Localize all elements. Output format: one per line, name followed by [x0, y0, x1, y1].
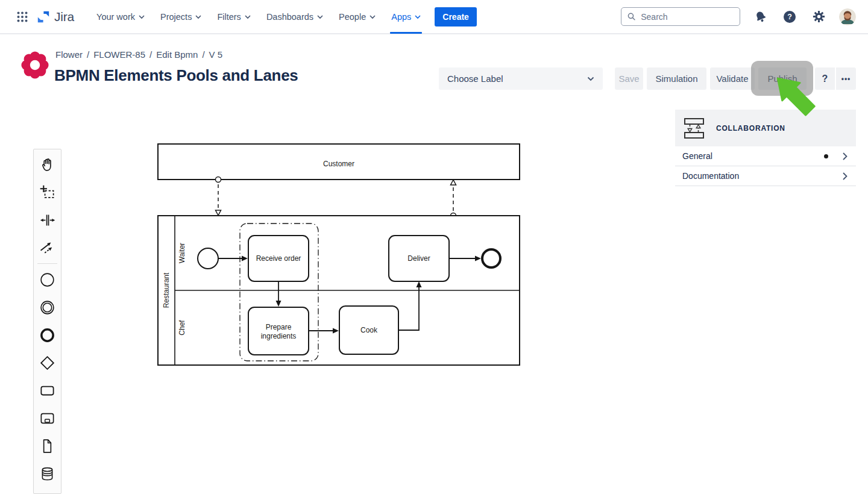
notifications-icon[interactable] — [752, 8, 769, 25]
chevron-down-icon — [139, 15, 145, 19]
help-more-group: ? ••• — [815, 67, 856, 90]
svg-text:Chef: Chef — [178, 320, 186, 336]
nav-item-your-work[interactable]: Your work — [89, 0, 153, 34]
create-subprocess[interactable] — [34, 404, 61, 432]
create-gateway[interactable] — [34, 349, 61, 377]
create-end-event[interactable] — [34, 321, 61, 349]
help-icon[interactable]: ? — [781, 8, 798, 25]
bpmn-canvas[interactable]: Customer Restaurant Waiter Chef Receive … — [151, 139, 530, 374]
intermediate-event-icon — [39, 299, 55, 316]
jira-logo-icon — [36, 10, 51, 24]
bpmn-palette — [33, 149, 61, 494]
svg-text:Restaurant: Restaurant — [162, 272, 171, 308]
more-button[interactable]: ••• — [836, 67, 856, 90]
breadcrumb-item-edit[interactable]: Edit Bpmn — [156, 49, 198, 60]
task-cook[interactable]: Cook — [339, 306, 398, 354]
lasso-icon — [39, 184, 55, 201]
panel-row-documentation[interactable]: Documentation — [675, 166, 856, 186]
chevron-right-icon — [843, 172, 848, 180]
nav-item-apps[interactable]: Apps — [383, 0, 429, 34]
svg-text:Cook: Cook — [360, 326, 378, 334]
space-tool[interactable] — [34, 206, 61, 234]
navbar-right: ? — [621, 7, 856, 26]
create-intermediate-event[interactable] — [34, 293, 61, 321]
lasso-tool[interactable] — [34, 178, 61, 206]
properties-panel: COLLABORATION General Documentation — [675, 110, 856, 186]
search-input[interactable] — [640, 11, 734, 22]
message-flow-order[interactable] — [216, 177, 221, 216]
chevron-down-icon — [245, 15, 251, 19]
task-deliver[interactable]: Deliver — [389, 236, 449, 281]
chevron-down-icon — [415, 15, 421, 19]
settings-icon[interactable] — [810, 8, 827, 25]
chevron-down-icon — [317, 15, 323, 19]
svg-text:Waiter: Waiter — [178, 243, 186, 263]
breadcrumb-separator: / — [149, 49, 152, 60]
svg-text:Deliver: Deliver — [407, 254, 430, 263]
start-event-icon — [39, 272, 55, 288]
breadcrumb: Flower / FLOWER-85 / Edit Bpmn / V 5 — [55, 49, 222, 60]
create-start-event[interactable] — [34, 266, 61, 293]
start-event[interactable] — [198, 248, 218, 269]
nav-item-people[interactable]: People — [331, 0, 383, 34]
breadcrumb-separator: / — [87, 49, 89, 60]
task-icon — [39, 383, 55, 399]
nav-item-projects[interactable]: Projects — [153, 0, 209, 34]
data-store-icon — [39, 466, 55, 482]
chevron-down-icon — [370, 15, 376, 19]
svg-text:ingredients: ingredients — [261, 332, 297, 340]
panel-row-general[interactable]: General — [675, 146, 856, 166]
connect-tool-icon — [39, 240, 55, 256]
active-dot — [824, 154, 828, 158]
svg-text:Customer: Customer — [323, 160, 354, 168]
breadcrumb-separator: / — [202, 49, 204, 60]
lane-waiter[interactable]: Waiter — [178, 243, 186, 263]
task-receive-order[interactable]: Receive order — [248, 236, 309, 281]
nav-item-filters[interactable]: Filters — [209, 0, 258, 34]
search-box[interactable] — [621, 7, 740, 26]
palette-separator — [37, 263, 57, 264]
app-switcher-icon[interactable] — [12, 7, 33, 27]
svg-text:Prepare: Prepare — [266, 323, 292, 331]
hand-tool[interactable] — [34, 151, 61, 178]
svg-text:Receive order: Receive order — [256, 254, 301, 263]
create-data-store[interactable] — [34, 460, 61, 487]
properties-panel-header: COLLABORATION — [675, 110, 856, 146]
panel-header-title: COLLABORATION — [716, 124, 785, 133]
task-prepare-ingredients[interactable]: Prepare ingredients — [248, 307, 309, 355]
help-button[interactable]: ? — [815, 67, 835, 90]
validate-button[interactable]: Validate — [710, 67, 755, 90]
chevron-down-icon — [587, 77, 594, 81]
flower-project-icon — [20, 50, 50, 83]
gateway-icon — [39, 355, 55, 371]
svg-text:?: ? — [787, 13, 792, 21]
simulation-button[interactable]: Simulation — [647, 67, 706, 90]
nav-menu: Your work Projects Filters Dashboards Pe… — [89, 0, 429, 34]
choose-label-select[interactable]: Choose Label — [439, 67, 603, 90]
breadcrumb-item-version[interactable]: V 5 — [209, 49, 223, 60]
create-button[interactable]: Create — [435, 7, 477, 27]
collaboration-icon — [684, 116, 705, 140]
jira-logo-text: Jira — [54, 10, 74, 24]
create-task[interactable] — [34, 377, 61, 404]
hand-icon — [39, 157, 55, 173]
message-flow-delivery[interactable] — [451, 180, 456, 219]
pool-customer[interactable]: Customer — [158, 144, 520, 180]
global-connect-tool[interactable] — [34, 234, 61, 261]
jira-logo[interactable]: Jira — [36, 10, 74, 24]
search-icon — [627, 12, 635, 21]
create-data-object[interactable] — [34, 432, 61, 460]
chevron-right-icon — [843, 152, 848, 160]
page-title: BPMN Elements Pools and Lanes — [54, 66, 298, 85]
avatar[interactable] — [839, 8, 856, 25]
space-tool-icon — [39, 212, 55, 228]
end-event-icon — [39, 327, 55, 343]
nav-item-dashboards[interactable]: Dashboards — [259, 0, 331, 34]
breadcrumb-item-issue[interactable]: FLOWER-85 — [93, 49, 145, 60]
end-event[interactable] — [482, 249, 500, 267]
chevron-down-icon — [195, 15, 201, 19]
save-button[interactable]: Save — [615, 67, 643, 90]
top-navbar: Jira Your work Projects Filters Dashboar… — [0, 0, 868, 34]
breadcrumb-item-project[interactable]: Flower — [55, 49, 83, 60]
publish-button[interactable]: Publish — [758, 67, 807, 90]
